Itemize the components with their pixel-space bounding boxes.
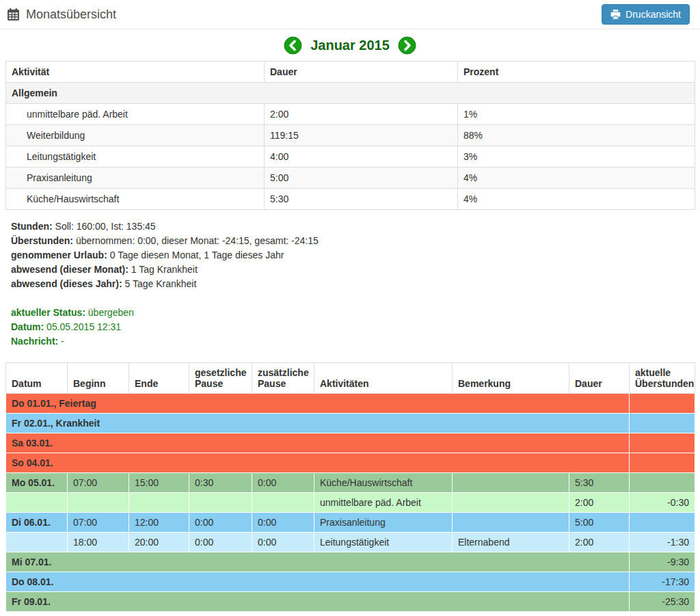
print-button[interactable]: Druckansicht [602, 4, 690, 25]
day-row: So 04.01. [6, 453, 695, 473]
day-col-header-3: gesetzliche Pause [189, 363, 252, 394]
day-col-header-1: Beginn [68, 363, 129, 394]
activity-row: Leitungstätigkeit4:003% [6, 146, 695, 168]
day-table-header-row: DatumBeginnEndegesetzliche Pausezusätzli… [6, 363, 695, 394]
summary-block: Stunden: Soll: 160:00, Ist: 135:45Überst… [11, 219, 695, 291]
day-row: Mo 05.01.07:0015:000:300:00Küche/Hauswir… [6, 473, 695, 493]
day-begin [68, 493, 129, 513]
day-extra-break: 0:00 [252, 513, 314, 533]
day-duration: 5:00 [569, 513, 630, 533]
activity-duration: 5:00 [265, 168, 458, 189]
activity-duration: 5:30 [265, 189, 458, 210]
day-table: DatumBeginnEndegesetzliche Pausezusätzli… [5, 362, 695, 612]
day-remark [453, 513, 569, 533]
summary-line-label: Stunden: [11, 221, 53, 232]
day-end: 20:00 [129, 533, 189, 552]
prev-month-button[interactable] [284, 36, 302, 55]
status-line: Nachricht: - [11, 334, 695, 349]
day-col-header-5: Aktivitäten [314, 363, 453, 394]
activity-percent: 4% [458, 168, 695, 189]
day-row: unmittelbare päd. Arbeit2:00-0:30 [6, 493, 695, 513]
activity-percent: 88% [458, 125, 695, 146]
day-legal-break [189, 493, 252, 513]
day-col-header-7: Dauer [569, 363, 630, 394]
activities-group-label: Allgemein [6, 83, 695, 104]
day-row: Fr 02.01., Krankheit [6, 414, 695, 433]
day-remark [453, 493, 569, 513]
day-date [6, 493, 68, 513]
status-line-label: aktueller Status: [11, 307, 85, 318]
day-remark [453, 473, 569, 493]
activity-name: unmittelbare päd. Arbeit [6, 104, 265, 125]
activity-duration: 4:00 [265, 146, 458, 168]
main-content: AktivitätDauerProzent Allgemein unmittel… [0, 61, 700, 349]
day-date: Di 06.01. [6, 513, 68, 533]
day-overtime: -17:30 [630, 572, 695, 592]
activity-row: Küche/Hauswirtschaft5:304% [6, 189, 695, 210]
day-overtime [630, 513, 695, 533]
activities-col-header-0: Aktivität [6, 62, 265, 83]
day-remark: Elternabend [453, 533, 569, 552]
summary-line-label: Überstunden: [11, 235, 73, 246]
next-month-button[interactable] [398, 36, 416, 55]
day-extra-break: 0:00 [252, 473, 314, 493]
activity-name: Weiterbildung [6, 125, 265, 146]
day-label: So 04.01. [6, 453, 630, 473]
day-begin: 18:00 [68, 533, 129, 552]
day-end: 12:00 [129, 513, 189, 533]
day-overtime: -1:30 [630, 533, 695, 552]
day-col-header-4: zusätzliche Pause [252, 363, 314, 394]
day-begin: 07:00 [68, 513, 129, 533]
status-line-label: Datum: [11, 321, 44, 332]
activity-name: Küche/Hauswirtschaft [6, 189, 265, 210]
activity-duration: 2:00 [265, 104, 458, 125]
day-overtime: -9:30 [630, 552, 695, 572]
summary-line: abwesend (dieses Jahr): 5 Tage Krankheit [11, 277, 695, 291]
day-begin: 07:00 [68, 473, 129, 493]
day-extra-break [252, 493, 314, 513]
day-label: Sa 03.01. [6, 433, 630, 453]
next-month-icon [398, 36, 416, 55]
day-row: Do 01.01., Feiertag [6, 394, 695, 414]
day-label: Fr 09.01. [6, 592, 630, 612]
day-row: Sa 03.01. [6, 433, 695, 453]
day-label: Fr 02.01., Krankheit [6, 414, 630, 433]
day-overtime [630, 394, 695, 414]
summary-line-label: genommener Urlaub: [11, 250, 107, 260]
day-row: Do 08.01.-17:30 [6, 572, 695, 592]
day-activity: Küche/Hauswirtschaft [314, 473, 453, 493]
day-overtime: -0:30 [630, 493, 695, 513]
day-row: Fr 09.01.-25:30 [6, 592, 695, 612]
summary-line: Überstunden: übernommen: 0:00, dieser Mo… [11, 234, 695, 248]
activity-row: Praxisanleitung5:004% [6, 168, 695, 189]
day-activity: Praxisanleitung [314, 513, 453, 533]
prev-month-icon [284, 36, 302, 55]
summary-line-label: abwesend (dieser Monat): [11, 264, 129, 275]
activity-percent: 1% [458, 104, 695, 125]
day-date [6, 533, 68, 552]
day-col-header-2: Ende [129, 363, 189, 394]
activities-header-row: AktivitätDauerProzent [6, 62, 695, 83]
day-overtime [630, 433, 695, 453]
print-button-label: Druckansicht [625, 9, 681, 20]
day-label: Do 01.01., Feiertag [6, 394, 630, 414]
activities-table: AktivitätDauerProzent Allgemein unmittel… [5, 61, 695, 210]
page-title-text: Monatsübersicht [26, 8, 116, 22]
activity-percent: 4% [458, 189, 695, 210]
activities-col-header-1: Dauer [265, 62, 458, 83]
activity-percent: 3% [458, 146, 695, 168]
summary-line: abwesend (dieser Monat): 1 Tag Krankheit [11, 263, 695, 277]
summary-line: Stunden: Soll: 160:00, Ist: 135:45 [11, 219, 695, 234]
activity-row: unmittelbare päd. Arbeit2:001% [6, 104, 695, 125]
day-end [129, 493, 189, 513]
day-label: Do 08.01. [6, 572, 630, 592]
summary-line-label: abwesend (dieses Jahr): [11, 278, 122, 289]
day-overtime [630, 473, 695, 493]
status-block: aktueller Status: übergebenDatum: 05.05.… [11, 306, 695, 349]
day-overtime [630, 414, 695, 433]
month-nav: Januar 2015 [0, 36, 700, 55]
day-end: 15:00 [129, 473, 189, 493]
top-bar: Monatsübersicht Druckansicht [0, 0, 700, 29]
day-row: 18:0020:000:000:00LeitungstätigkeitElter… [6, 533, 695, 552]
day-activity: Leitungstätigkeit [314, 533, 453, 552]
